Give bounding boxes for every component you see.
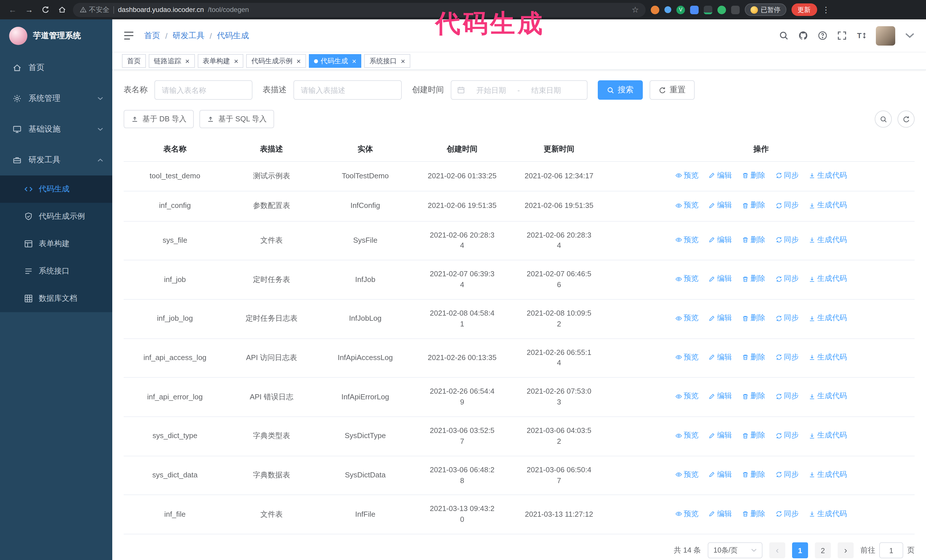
close-icon[interactable]: × — [352, 57, 356, 65]
delete-link[interactable]: 删除 — [742, 313, 765, 324]
breadcrumb-item[interactable]: 首页 — [144, 30, 160, 41]
sync-link[interactable]: 同步 — [775, 430, 799, 441]
preview-link[interactable]: 预览 — [675, 352, 699, 363]
extension-icon[interactable] — [651, 5, 659, 14]
user-avatar[interactable] — [876, 26, 895, 45]
sidebar-item-devtools[interactable]: 研发工具 — [0, 145, 112, 175]
close-icon[interactable]: × — [401, 57, 405, 65]
delete-link[interactable]: 删除 — [742, 430, 765, 441]
generate-code-link[interactable]: 生成代码 — [809, 352, 847, 363]
tab-api[interactable]: 系统接口× — [365, 54, 410, 68]
delete-link[interactable]: 删除 — [742, 171, 765, 181]
profile-paused-badge[interactable]: 已暂停 — [745, 3, 786, 16]
page-size-select[interactable]: 10条/页 — [708, 542, 763, 558]
hamburger-icon[interactable] — [124, 31, 134, 40]
sidebar-item-system[interactable]: 系统管理 — [0, 83, 112, 114]
sync-link[interactable]: 同步 — [775, 200, 799, 211]
preview-link[interactable]: 预览 — [675, 430, 699, 441]
generate-code-link[interactable]: 生成代码 — [809, 430, 847, 441]
edit-link[interactable]: 编辑 — [709, 352, 732, 363]
extension-icon[interactable] — [704, 5, 712, 14]
font-size-icon[interactable]: T — [856, 31, 866, 41]
preview-link[interactable]: 预览 — [675, 200, 699, 211]
tab-form-build[interactable]: 表单构建× — [197, 54, 243, 68]
generate-code-link[interactable]: 生成代码 — [809, 469, 847, 480]
edit-link[interactable]: 编辑 — [709, 509, 732, 519]
close-icon[interactable]: × — [234, 57, 238, 65]
sidebar-item-codegen-example[interactable]: 代码生成示例 — [0, 203, 112, 230]
import-db-button[interactable]: 基于 DB 导入 — [124, 110, 194, 128]
date-range-picker[interactable]: - — [451, 80, 587, 100]
chevron-down-icon[interactable] — [905, 31, 915, 41]
generate-code-link[interactable]: 生成代码 — [809, 274, 847, 285]
sidebar-item-codegen[interactable]: 代码生成 — [0, 175, 112, 203]
github-icon[interactable] — [798, 31, 808, 41]
extension-icon[interactable] — [717, 5, 726, 14]
generate-code-link[interactable]: 生成代码 — [809, 200, 847, 211]
preview-link[interactable]: 预览 — [675, 391, 699, 402]
question-icon[interactable] — [818, 31, 828, 41]
tab-codegen-example[interactable]: 代码生成示例× — [246, 54, 306, 68]
bookmark-star-icon[interactable]: ☆ — [632, 5, 639, 14]
sync-link[interactable]: 同步 — [775, 274, 799, 285]
extension-icon[interactable] — [664, 6, 671, 13]
preview-link[interactable]: 预览 — [675, 234, 699, 245]
next-page-button[interactable]: › — [838, 542, 853, 558]
goto-page-input[interactable] — [879, 542, 903, 558]
preview-link[interactable]: 预览 — [675, 469, 699, 480]
extension-icon[interactable] — [690, 5, 699, 14]
preview-link[interactable]: 预览 — [675, 171, 699, 181]
tab-trace[interactable]: 链路追踪× — [149, 54, 195, 68]
generate-code-link[interactable]: 生成代码 — [809, 171, 847, 181]
reload-icon[interactable] — [40, 6, 51, 14]
prev-page-button[interactable]: ‹ — [769, 542, 785, 558]
sync-link[interactable]: 同步 — [775, 469, 799, 480]
table-name-input[interactable] — [154, 80, 253, 100]
page-button-2[interactable]: 2 — [815, 542, 831, 558]
edit-link[interactable]: 编辑 — [709, 469, 732, 480]
home-icon[interactable] — [56, 6, 68, 14]
edit-link[interactable]: 编辑 — [709, 391, 732, 402]
tab-codegen[interactable]: 代码生成× — [309, 54, 362, 68]
address-bar[interactable]: 不安全 dashboard.yudao.iocoder.cn/tool/code… — [73, 3, 646, 17]
fullscreen-icon[interactable] — [837, 31, 847, 41]
generate-code-link[interactable]: 生成代码 — [809, 234, 847, 245]
tab-home[interactable]: 首页 — [122, 54, 146, 68]
generate-code-link[interactable]: 生成代码 — [809, 391, 847, 402]
edit-link[interactable]: 编辑 — [709, 274, 732, 285]
sidebar-item-form-build[interactable]: 表单构建 — [0, 230, 112, 258]
preview-link[interactable]: 预览 — [675, 313, 699, 324]
browser-update-button[interactable]: 更新 — [791, 3, 817, 16]
refresh-table-button[interactable] — [897, 110, 915, 128]
preview-link[interactable]: 预览 — [675, 274, 699, 285]
delete-link[interactable]: 删除 — [742, 509, 765, 519]
delete-link[interactable]: 删除 — [742, 200, 765, 211]
search-button[interactable]: 搜索 — [598, 80, 643, 100]
generate-code-link[interactable]: 生成代码 — [809, 509, 847, 519]
forward-icon[interactable]: → — [23, 5, 35, 14]
back-icon[interactable]: ← — [7, 5, 18, 14]
delete-link[interactable]: 删除 — [742, 274, 765, 285]
edit-link[interactable]: 编辑 — [709, 171, 732, 181]
delete-link[interactable]: 删除 — [742, 234, 765, 245]
edit-link[interactable]: 编辑 — [709, 200, 732, 211]
extension-icon[interactable]: V — [676, 5, 685, 14]
edit-link[interactable]: 编辑 — [709, 234, 732, 245]
close-icon[interactable]: × — [296, 57, 301, 65]
delete-link[interactable]: 删除 — [742, 391, 765, 402]
start-date-input[interactable] — [467, 86, 515, 94]
end-date-input[interactable] — [522, 86, 570, 94]
insecure-warning[interactable]: 不安全 — [80, 5, 109, 15]
page-button-1[interactable]: 1 — [792, 542, 808, 558]
sidebar-item-home[interactable]: 首页 — [0, 53, 112, 83]
reset-button[interactable]: 重置 — [650, 80, 694, 100]
kebab-menu-icon[interactable]: ⋮ — [822, 5, 830, 14]
sync-link[interactable]: 同步 — [775, 509, 799, 519]
sync-link[interactable]: 同步 — [775, 234, 799, 245]
preview-link[interactable]: 预览 — [675, 509, 699, 519]
breadcrumb-item[interactable]: 研发工具 — [172, 30, 204, 41]
toggle-search-button[interactable] — [875, 110, 892, 128]
table-desc-input[interactable] — [294, 80, 402, 100]
edit-link[interactable]: 编辑 — [709, 313, 732, 324]
generate-code-link[interactable]: 生成代码 — [809, 313, 847, 324]
